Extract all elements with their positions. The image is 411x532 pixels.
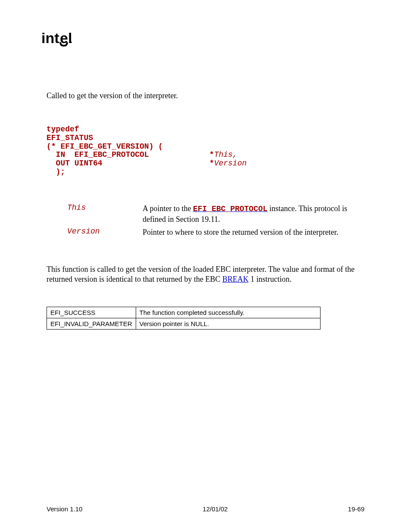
status-codes-table: EFI_SUCCESS The function completed succe…: [47, 307, 321, 330]
desc-post: 1 instruction.: [249, 275, 292, 283]
param-desc: Pointer to where to store the returned v…: [143, 227, 338, 237]
desc-pre: This function is called to get the versi…: [47, 265, 355, 283]
table-row: EFI_SUCCESS The function completed succe…: [47, 307, 321, 318]
svg-text:int: int: [41, 30, 59, 46]
param-row: This A pointer to the EFI_EBC_PROTOCOL i…: [47, 203, 364, 225]
prototype-code: typedef EFI_STATUS (* EFI_EBC_GET_VERSIO…: [47, 125, 364, 177]
page-footer: Version 1.10 12/01/02 19-69: [47, 505, 364, 513]
footer-version: Version 1.10: [47, 505, 82, 513]
param-row: Version Pointer to where to store the re…: [47, 227, 364, 237]
parameters-block: This A pointer to the EFI_EBC_PROTOCOL i…: [47, 203, 364, 238]
proto-param-this: This,: [214, 150, 237, 159]
proto-line-1: typedef: [47, 125, 79, 134]
table-row: EFI_INVALID_PARAMETER Version pointer is…: [47, 318, 321, 330]
summary-text: Called to get the version of the interpr…: [47, 91, 364, 100]
param-desc-pre: Pointer to where to store the returned v…: [143, 228, 338, 236]
param-name: Version: [47, 227, 143, 237]
footer-page-number: 19-69: [348, 505, 364, 513]
svg-point-3: [71, 42, 72, 43]
status-code: EFI_SUCCESS: [47, 307, 136, 318]
page: int e l Called to get the version of the…: [0, 0, 411, 532]
svg-text:l: l: [68, 30, 72, 46]
inline-code-link[interactable]: EFI_EBC_PROTOCOL: [193, 205, 268, 213]
proto-line-5a: OUT UINT64 *: [47, 159, 214, 168]
proto-line-4a: IN EFI_EBC_PROTOCOL *: [47, 150, 214, 159]
proto-line-2: EFI_STATUS: [47, 134, 93, 142]
status-code: EFI_INVALID_PARAMETER: [47, 318, 136, 330]
status-desc: Version pointer is NULL.: [136, 318, 321, 330]
proto-param-version: Version: [214, 159, 247, 168]
param-desc-pre: A pointer to the: [143, 204, 193, 213]
description-text: This function is called to get the versi…: [47, 264, 364, 285]
status-desc: The function completed successfully.: [136, 307, 321, 318]
param-name: This: [47, 203, 143, 225]
footer-date: 12/01/02: [202, 505, 227, 513]
proto-line-6: );: [47, 168, 65, 176]
proto-line-3: (* EFI_EBC_GET_VERSION) (: [47, 142, 163, 151]
intel-logo: int e l: [41, 30, 364, 48]
param-desc: A pointer to the EFI_EBC_PROTOCOL instan…: [143, 203, 364, 225]
break-link[interactable]: BREAK: [222, 275, 249, 283]
